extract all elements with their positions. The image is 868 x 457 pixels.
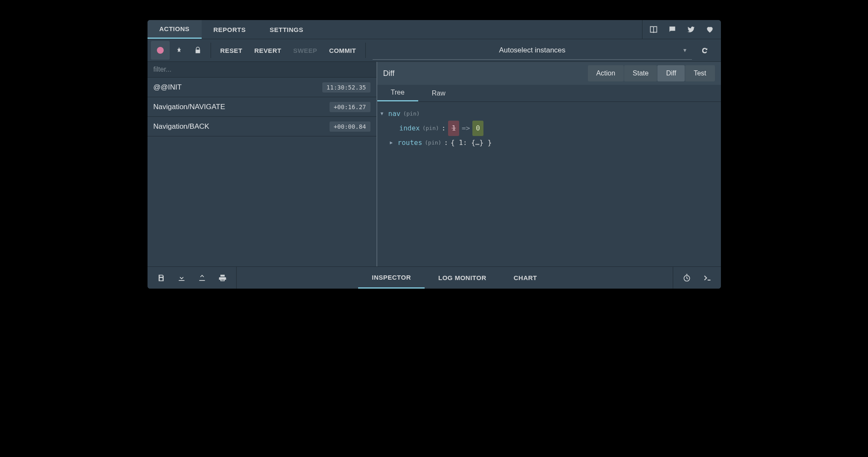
commit-button[interactable]: COMMIT — [323, 41, 362, 60]
action-row[interactable]: Navigation/BACK +00:00.84 — [148, 117, 376, 136]
revert-button[interactable]: REVERT — [249, 41, 287, 60]
pin-button[interactable] — [170, 41, 188, 60]
reset-button[interactable]: RESET — [214, 41, 249, 60]
filter-input[interactable] — [148, 62, 376, 78]
import-button[interactable] — [192, 267, 212, 289]
tree-summary: { 1: {…} } — [451, 136, 492, 150]
inspector-header: Diff Action State Diff Test — [377, 62, 721, 85]
save-icon — [157, 274, 165, 282]
tree-key: nav — [388, 107, 401, 121]
record-button[interactable] — [151, 41, 170, 60]
export-button[interactable] — [171, 267, 192, 289]
action-time: +00:00.84 — [330, 121, 370, 132]
diff-old-value: 1 — [448, 121, 459, 136]
segment-action[interactable]: Action — [588, 65, 624, 81]
record-icon — [157, 47, 164, 54]
save-button[interactable] — [151, 267, 171, 289]
main-area: @@INIT 11:30:52.35 Navigation/NAVIGATE +… — [148, 62, 721, 266]
actions-pane: @@INIT 11:30:52.35 Navigation/NAVIGATE +… — [148, 62, 377, 266]
instance-selector-label: Autoselect instances — [499, 46, 565, 55]
stopwatch-icon — [683, 274, 691, 282]
instance-selector[interactable]: Autoselect instances ▼ — [373, 41, 692, 60]
bottom-right-icons — [673, 267, 721, 289]
top-tabs: ACTIONS REPORTS SETTINGS — [148, 20, 315, 39]
refresh-button[interactable] — [695, 41, 714, 60]
pin-label: (pin) — [425, 136, 441, 150]
tree-key: index — [399, 121, 420, 135]
pin-label: (pin) — [422, 121, 439, 135]
lock-button[interactable] — [188, 41, 207, 60]
diff-new-value: 0 — [472, 121, 483, 136]
action-list: @@INIT 11:30:52.35 Navigation/NAVIGATE +… — [148, 78, 376, 266]
devtools-window: ACTIONS REPORTS SETTINGS — [148, 20, 721, 289]
tree-key: routes — [398, 136, 422, 150]
caret-right-icon: ▶ — [390, 136, 395, 150]
tree-node-nav[interactable]: ▼ nav (pin) — [381, 107, 718, 121]
pin-icon — [175, 46, 183, 54]
segment-test[interactable]: Test — [685, 65, 715, 81]
view-segments: Action State Diff Test — [588, 65, 715, 81]
top-icons — [642, 20, 721, 39]
timer-button[interactable] — [677, 267, 697, 289]
action-row[interactable]: Navigation/NAVIGATE +00:16.27 — [148, 97, 376, 117]
toolbar-divider-2 — [365, 43, 366, 58]
toolbar-divider — [211, 43, 211, 58]
bottom-bar: INSPECTOR LOG MONITOR CHART — [148, 266, 721, 289]
inspector-title: Diff — [383, 69, 395, 78]
bottom-tab-log-monitor[interactable]: LOG MONITOR — [425, 267, 500, 289]
action-time: +00:16.27 — [330, 102, 370, 112]
terminal-icon — [703, 274, 712, 282]
inspector-pane: Diff Action State Diff Test Tree Raw ▼ n… — [377, 62, 721, 266]
lock-icon — [194, 46, 202, 54]
sub-tabs: Tree Raw — [377, 85, 721, 102]
print-icon — [218, 274, 227, 282]
bottom-tabs: INSPECTOR LOG MONITOR CHART — [237, 267, 673, 289]
toolbar: RESET REVERT SWEEP COMMIT Autoselect ins… — [148, 39, 721, 62]
action-name: Navigation/BACK — [153, 122, 209, 131]
book-icon[interactable] — [644, 20, 663, 39]
console-button[interactable] — [697, 267, 718, 289]
refresh-icon — [701, 46, 709, 54]
twitter-icon[interactable] — [682, 20, 700, 39]
action-name: Navigation/NAVIGATE — [153, 103, 226, 111]
bottom-left-icons — [148, 267, 237, 289]
diff-tree: ▼ nav (pin) index (pin): 1 => 0 ▶ routes… — [377, 102, 721, 266]
action-time: 11:30:52.35 — [322, 82, 370, 93]
top-tab-bar: ACTIONS REPORTS SETTINGS — [148, 20, 721, 39]
bottom-tab-chart[interactable]: CHART — [500, 267, 551, 289]
caret-down-icon: ▼ — [381, 107, 386, 121]
chevron-down-icon: ▼ — [683, 47, 688, 53]
tab-actions[interactable]: ACTIONS — [148, 20, 202, 39]
sub-tab-tree[interactable]: Tree — [377, 85, 418, 101]
diff-arrow: => — [462, 121, 470, 135]
tab-settings[interactable]: SETTINGS — [258, 20, 315, 39]
segment-state[interactable]: State — [624, 65, 657, 81]
download-icon — [177, 274, 186, 282]
sweep-button[interactable]: SWEEP — [287, 41, 323, 60]
bottom-tab-inspector[interactable]: INSPECTOR — [358, 267, 425, 289]
tab-reports[interactable]: REPORTS — [202, 20, 258, 39]
tree-node-routes[interactable]: ▶ routes (pin): { 1: {…} } — [381, 136, 718, 150]
sub-tab-raw[interactable]: Raw — [418, 85, 459, 101]
chat-icon[interactable] — [663, 20, 682, 39]
tree-node-index[interactable]: index (pin): 1 => 0 — [381, 121, 718, 136]
pin-label: (pin) — [403, 107, 420, 121]
heart-icon[interactable] — [700, 20, 719, 39]
upload-icon — [198, 274, 206, 282]
print-button[interactable] — [212, 267, 233, 289]
segment-diff[interactable]: Diff — [657, 65, 685, 81]
action-name: @@INIT — [153, 83, 182, 92]
action-row[interactable]: @@INIT 11:30:52.35 — [148, 78, 376, 97]
